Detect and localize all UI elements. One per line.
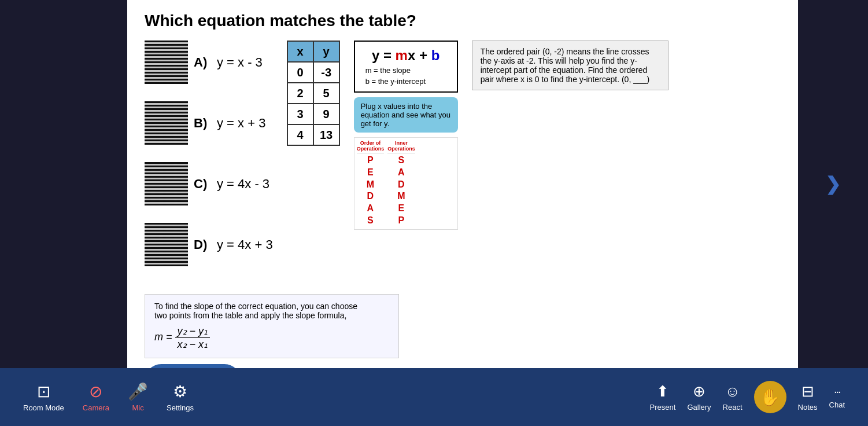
pemdas-col1: Order ofOperations P E M D A S [357, 140, 385, 227]
answer-options: A) y = x - 3 B) y = x + 3 C) y = 4x - 3 … [145, 41, 273, 279]
label-c: C) [194, 177, 211, 192]
pemdas-e2: E [398, 203, 405, 215]
qr-c [145, 162, 188, 205]
formula-section: y = mx + b m = the slope b = the y-inter… [354, 41, 458, 230]
pemdas-col1-header: Order ofOperations [357, 140, 385, 153]
label-a: A) [194, 55, 211, 70]
toolbar-settings[interactable]: ⚙ Settings [167, 382, 194, 412]
table-row: 2 5 [287, 83, 339, 104]
ordered-pair-box: The ordered pair (0, -2) means the line … [472, 41, 668, 90]
qr-a [145, 41, 188, 84]
pemdas-col2-letters: S A D M E P [397, 155, 405, 227]
formula-legend-b: b = the y-intercept [365, 77, 446, 86]
toolbar-right: ⬆ Present ⊕ Gallery ☺ React ✋ ⊟ Notes ··… [650, 381, 845, 413]
notes-icon: ⊟ [801, 383, 814, 401]
room-mode-icon: ⊡ [37, 382, 50, 401]
cell-x2: 3 [287, 104, 313, 124]
option-d[interactable]: D) y = 4x + 3 [145, 223, 273, 266]
qr-b [145, 101, 188, 145]
xy-table: x y 0 -3 2 5 3 9 [287, 41, 340, 146]
label-b: B) [194, 116, 211, 131]
toolbar-notes[interactable]: ⊟ Notes [798, 383, 818, 412]
toolbar-room-mode[interactable]: ⊡ Room Mode [23, 382, 64, 412]
xy-table-container: x y 0 -3 2 5 3 9 [287, 41, 340, 146]
left-sidebar [0, 0, 127, 368]
cell-y0: -3 [313, 62, 339, 83]
toolbar-mic[interactable]: 🎤 Mic [128, 382, 148, 412]
present-icon: ⬆ [656, 383, 669, 401]
react-icon: ☺ [725, 383, 740, 401]
pemdas-m2: M [397, 190, 405, 203]
chat-icon: ··· [834, 385, 840, 398]
col-x: x [287, 41, 313, 62]
cell-y2: 9 [313, 104, 339, 124]
pemdas-m: M [367, 179, 374, 191]
present-label: Present [650, 403, 676, 412]
formula-box: y = mx + b m = the slope b = the y-inter… [354, 41, 458, 93]
eq-c: y = 4x - 3 [217, 177, 269, 192]
slope-formula: m = y₂ − y₁ x₂ − x₁ [154, 325, 389, 351]
formula-legend-m: m = the slope [365, 66, 446, 75]
hand-raise-button[interactable]: ✋ [754, 381, 786, 413]
chat-label: Chat [829, 401, 845, 409]
toolbar-chat[interactable]: ··· Chat [829, 385, 845, 409]
table-row: 0 -3 [287, 62, 339, 83]
main-content: Which equation matches the table? A) y =… [127, 0, 798, 368]
pemdas-d: D [367, 190, 374, 203]
pemdas-col2-header: InnerOperations [387, 140, 415, 153]
pemdas-s: S [367, 215, 374, 227]
col-y: y [313, 41, 339, 62]
cell-x3: 4 [287, 124, 313, 145]
camera-icon: ⊘ [89, 382, 102, 401]
cell-x1: 2 [287, 83, 313, 104]
toolbar-left: ⊡ Room Mode ⊘ Camera 🎤 Mic ⚙ Settings [23, 382, 194, 412]
ordered-pair-text: The ordered pair (0, -2) means the line … [481, 47, 650, 84]
toolbar-react[interactable]: ☺ React [723, 383, 743, 412]
pemdas-d2: D [398, 179, 405, 191]
option-b[interactable]: B) y = x + 3 [145, 101, 273, 145]
pemdas-e: E [367, 167, 374, 179]
option-c[interactable]: C) y = 4x - 3 [145, 162, 273, 205]
page-title: Which equation matches the table? [145, 12, 781, 30]
pemdas-a: A [367, 203, 374, 215]
plug-x-box: Plug x values into the equation and see … [354, 97, 458, 133]
slope-text-line1: To find the slope of the correct equatio… [154, 302, 389, 311]
toolbar-gallery[interactable]: ⊕ Gallery [687, 383, 711, 412]
settings-icon: ⚙ [173, 382, 187, 401]
toolbar-present[interactable]: ⬆ Present [650, 383, 676, 412]
gallery-label: Gallery [687, 403, 711, 412]
pemdas-col1-letters: P E M D A S [367, 155, 374, 227]
room-mode-label: Room Mode [23, 403, 64, 412]
bottom-toolbar: ⊡ Room Mode ⊘ Camera 🎤 Mic ⚙ Settings ⬆ … [0, 368, 868, 426]
cell-y1: 5 [313, 83, 339, 104]
option-a[interactable]: A) y = x - 3 [145, 41, 273, 84]
qr-d [145, 223, 188, 266]
slope-text-line2: two points from the table and apply the … [154, 311, 389, 320]
mic-label: Mic [132, 403, 143, 412]
eq-b: y = x + 3 [217, 116, 265, 131]
table-row: 3 9 [287, 104, 339, 124]
toolbar-camera[interactable]: ⊘ Camera [83, 382, 109, 412]
pemdas-a2: A [398, 167, 405, 179]
cell-x0: 0 [287, 62, 313, 83]
camera-label: Camera [83, 403, 109, 412]
pemdas-col2: InnerOperations S A D M E P [387, 140, 415, 227]
formula-display: y = mx + b [365, 47, 446, 64]
pemdas-s2: S [398, 155, 405, 167]
notes-label: Notes [798, 403, 818, 412]
react-label: React [723, 403, 743, 412]
right-arrow[interactable]: ❯ [825, 173, 841, 195]
gallery-icon: ⊕ [693, 383, 706, 401]
cell-y3: 13 [313, 124, 339, 145]
pemdas-p2: P [398, 215, 405, 227]
mic-icon: 🎤 [128, 382, 148, 401]
label-d: D) [194, 237, 211, 252]
slope-box: To find the slope of the correct equatio… [145, 294, 399, 358]
right-sidebar: ❯ [798, 0, 868, 368]
eq-d: y = 4x + 3 [217, 237, 273, 252]
settings-label: Settings [167, 403, 194, 412]
table-row: 4 13 [287, 124, 339, 145]
hand-icon: ✋ [760, 388, 780, 407]
eq-a: y = x - 3 [217, 55, 263, 70]
pemdas-box: Order ofOperations P E M D A S InnerOper… [354, 137, 458, 230]
